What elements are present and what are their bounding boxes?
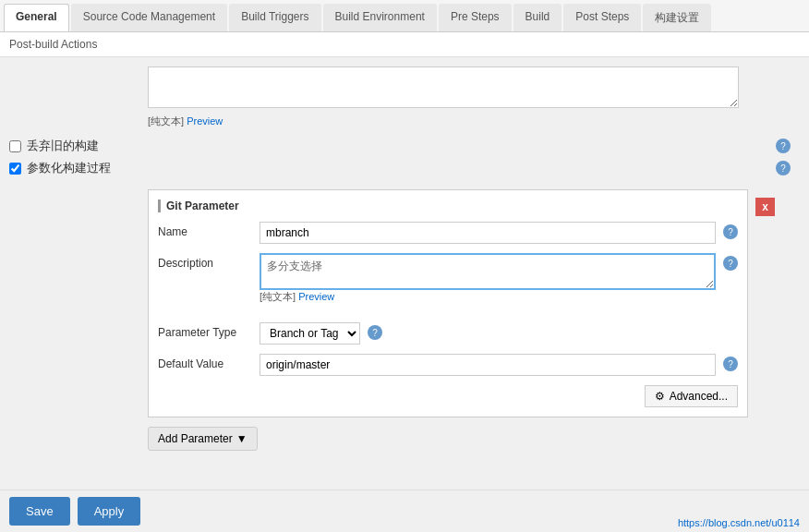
discard-old-builds-checkbox[interactable] [9, 140, 21, 152]
add-parameter-row: Add Parameter ▼ [148, 427, 800, 451]
desc-plain-text-link[interactable]: [纯文本] [260, 291, 296, 302]
default-value-help-icon[interactable]: ? [723, 357, 738, 371]
advanced-row: ⚙ Advanced... [158, 385, 738, 407]
parameterize-help-icon[interactable]: ? [776, 161, 791, 175]
parameter-type-label: Parameter Type [158, 322, 260, 339]
description-textarea[interactable] [148, 66, 739, 108]
advanced-label: Advanced... [670, 390, 728, 403]
top-preview-link[interactable]: Preview [187, 115, 223, 127]
description-label: Description [158, 253, 260, 270]
description-input[interactable]: 多分支选择 [260, 253, 716, 290]
tab-pre-steps[interactable]: Pre Steps [439, 4, 512, 31]
name-row: Name ? [158, 222, 738, 244]
desc-text-links: [纯文本] Preview [260, 290, 716, 304]
advanced-button[interactable]: ⚙ Advanced... [645, 385, 738, 407]
name-help-icon[interactable]: ? [723, 224, 738, 239]
parameter-type-row: Parameter Type Branch or Tag Branch Tag … [158, 322, 738, 345]
desc-preview-link[interactable]: Preview [298, 291, 334, 302]
top-text-links: [纯文本] Preview [148, 115, 800, 128]
description-row: Description 多分支选择 [纯文本] Preview ? [158, 253, 738, 313]
apply-button[interactable]: Apply [78, 497, 141, 526]
tab-build-environment[interactable]: Build Environment [323, 4, 437, 31]
tab-post-steps[interactable]: Post Steps [563, 4, 641, 31]
tab-build-triggers[interactable]: Build Triggers [229, 4, 320, 31]
discard-old-builds-row: 丢弃旧的构建 ? [9, 138, 800, 154]
name-label: Name [158, 222, 260, 238]
parameterize-row: 参数化构建过程 ? [9, 160, 800, 176]
default-value-input[interactable] [260, 354, 716, 376]
tab-general[interactable]: General [4, 4, 69, 31]
discard-help-icon[interactable]: ? [776, 139, 791, 153]
tab-build-settings[interactable]: 构建设置 [643, 4, 711, 31]
default-value-label: Default Value [158, 354, 260, 370]
tab-build[interactable]: Build [513, 4, 562, 31]
sub-nav: Post-build Actions [0, 32, 809, 57]
git-parameter-title: Git Parameter [158, 200, 738, 212]
url-hint: https://blog.csdn.net/u0114 [678, 517, 800, 528]
parameterize-checkbox[interactable] [9, 163, 21, 175]
add-parameter-label: Add Parameter [158, 432, 233, 445]
top-plain-text-link[interactable]: [纯文本] [148, 115, 184, 127]
default-value-row: Default Value ? [158, 354, 738, 376]
top-textarea-wrap [148, 66, 800, 111]
git-parameter-box: Git Parameter x Name ? Description 多分支选择… [148, 189, 748, 417]
add-parameter-arrow-icon: ▼ [236, 432, 248, 445]
main-content: [纯文本] Preview 丢弃旧的构建 ? 参数化构建过程 ? Git Par… [0, 57, 809, 508]
name-input[interactable] [260, 222, 716, 244]
close-git-parameter-button[interactable]: x [755, 198, 775, 216]
post-build-actions-link[interactable]: Post-build Actions [9, 38, 97, 51]
description-help-icon[interactable]: ? [723, 256, 738, 271]
add-parameter-button[interactable]: Add Parameter ▼ [148, 427, 258, 451]
advanced-icon: ⚙ [655, 390, 665, 403]
tab-bar: General Source Code Management Build Tri… [0, 0, 809, 32]
tab-source-code[interactable]: Source Code Management [71, 4, 227, 31]
parameterize-label: 参数化构建过程 [27, 160, 111, 176]
parameter-type-select[interactable]: Branch or Tag Branch Tag Revision [260, 322, 360, 345]
bottom-bar: Save Apply https://blog.csdn.net/u0114 [0, 490, 809, 532]
parameter-type-help-icon[interactable]: ? [368, 325, 382, 340]
discard-old-builds-label: 丢弃旧的构建 [27, 138, 99, 154]
save-button[interactable]: Save [9, 497, 70, 526]
